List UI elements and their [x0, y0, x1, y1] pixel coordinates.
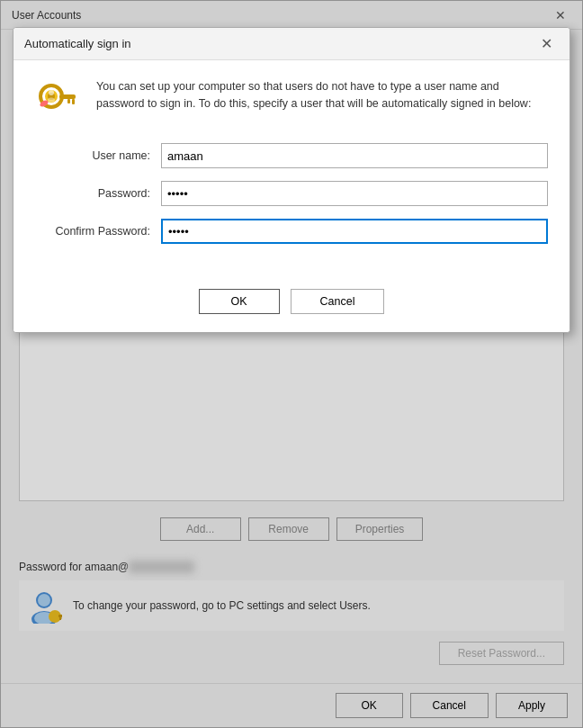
- password-label: Password:: [35, 187, 161, 200]
- svg-rect-11: [59, 94, 76, 99]
- password-input[interactable]: [161, 181, 548, 206]
- key-icon: [35, 78, 82, 125]
- confirm-password-label: Confirm Password:: [35, 225, 161, 238]
- dialog-close-button[interactable]: ✕: [534, 31, 559, 57]
- password-row: Password:: [35, 181, 548, 206]
- dialog-title: Automatically sign in: [24, 37, 131, 50]
- confirm-password-input[interactable]: [161, 219, 548, 244]
- svg-rect-13: [67, 99, 70, 103]
- dialog-titlebar: Automatically sign in ✕: [13, 28, 570, 60]
- dialog-description-row: You can set up your computer so that use…: [35, 78, 548, 125]
- confirm-password-row: Confirm Password:: [35, 219, 548, 244]
- dialog-cancel-button[interactable]: Cancel: [291, 289, 385, 314]
- username-input[interactable]: [161, 143, 548, 168]
- svg-point-16: [48, 98, 55, 103]
- dialog-buttons: OK Cancel: [13, 274, 570, 332]
- dialog-overlay: Automatically sign in ✕: [0, 0, 583, 728]
- dialog-ok-button[interactable]: OK: [199, 289, 280, 314]
- svg-rect-12: [72, 99, 75, 104]
- dialog-description-text: You can set up your computer so that use…: [96, 78, 548, 125]
- autosignin-dialog: Automatically sign in ✕: [13, 27, 570, 333]
- username-label: User name:: [35, 149, 161, 162]
- dialog-content: You can set up your computer so that use…: [13, 60, 570, 274]
- svg-point-15: [49, 90, 54, 95]
- username-row: User name:: [35, 143, 548, 168]
